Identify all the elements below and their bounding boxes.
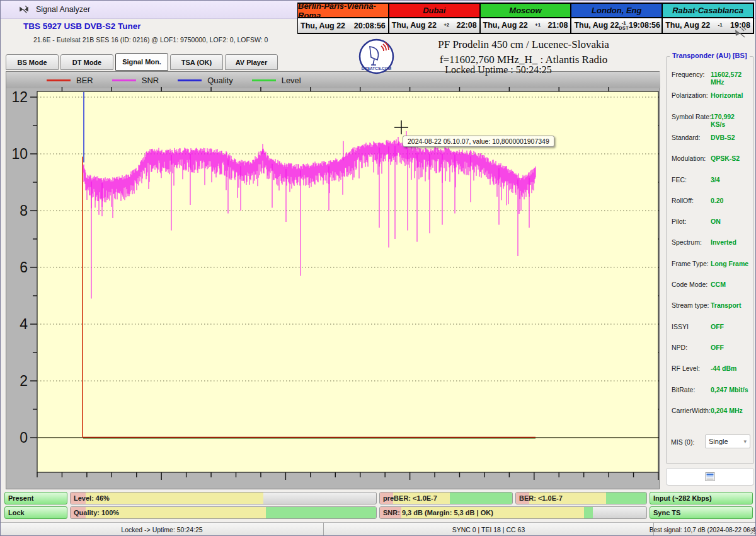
world-clocks: Berlin-Paris-Vienna-RomaThu, Aug 2220:08… <box>298 3 754 34</box>
transponder-row: NPD:OFF <box>672 344 751 351</box>
transponder-value: Inverted <box>711 238 736 246</box>
transponder-row: Modulation:QPSK-S2 <box>672 154 751 162</box>
clock-time: Thu, Aug 22+121:08 <box>481 18 571 33</box>
transponder-label: Code Mode: <box>672 281 707 288</box>
clock-city-label: Moscow <box>481 4 571 18</box>
transponder-value: 0,247 Mbit/s <box>711 386 748 393</box>
mode-tabs: BS Mode DT Mode Signal Mon. TSA (OK) AV … <box>6 54 278 71</box>
transponder-value: OFF <box>711 344 724 351</box>
satellite-dish-icon <box>18 4 30 15</box>
resize-grip[interactable] <box>749 528 755 534</box>
transponder-label: Symbol Rate: <box>672 113 711 120</box>
tuner-details: 21.6E - Eutelsat 21B SES 16 (ID: 0216) @… <box>33 36 268 44</box>
transponder-label: RF Level: <box>672 364 700 372</box>
mini-dish-icon <box>733 26 748 38</box>
transponder-row: Frequency:11602,572 MHz <box>672 71 751 78</box>
tab-signal-mon[interactable]: Signal Mon. <box>115 53 168 71</box>
transponder-row: CarrierWidth:0,204 MHz <box>672 407 751 414</box>
svg-text:2: 2 <box>20 373 28 389</box>
input-bitrate-badge: Input (~282 Kbps) <box>650 492 753 504</box>
transponder-label: NPD: <box>672 344 687 351</box>
transponder-label: Frequency: <box>672 71 705 78</box>
chart-plot-area[interactable]: 024681012 <box>6 72 659 489</box>
tab-av-player[interactable]: AV Player <box>225 54 278 70</box>
statusbar-sync-counters: SYNC 0 | TEI 18 | CC 63 <box>324 523 654 536</box>
svg-text:10: 10 <box>11 146 28 162</box>
sync-ts-badge: Sync TS <box>650 506 753 519</box>
transponder-row: RollOff:0.20 <box>672 197 751 204</box>
transponder-label: ISSYI <box>672 323 689 330</box>
transponder-label: Polarization: <box>672 91 708 99</box>
locked-uptime: Locked Uptime : 50:24:25 <box>372 64 624 76</box>
bar-label: BER: <1.0E-7 <box>519 494 563 502</box>
tab-bs-mode[interactable]: BS Mode <box>6 54 59 70</box>
transponder-row: Standard:DVB-S2 <box>672 134 751 141</box>
chevron-down-icon: ▾ <box>743 438 747 445</box>
transponder-row: Pilot:ON <box>672 218 751 225</box>
clock-utc-offset: -1 <box>710 23 730 28</box>
svg-text:0: 0 <box>20 429 28 446</box>
transponder-row: Symbol Rate:170,992 KS/s <box>672 113 751 120</box>
svg-text:6: 6 <box>20 259 28 276</box>
lock-status-badge: Lock <box>4 506 67 519</box>
clock-time-value: 22:08 <box>457 21 477 30</box>
transponder-label: Spectrum: <box>672 238 702 246</box>
clock-city-label: Rabat-Casablanca <box>663 4 753 18</box>
transponder-value: 170,992 KS/s <box>711 113 751 128</box>
header-center: PF Prodelin 450 cm / Lucenec-Slovakia f=… <box>398 38 650 66</box>
signal-chart[interactable]: BER SNR Quality Level 024681012 2024-08-… <box>6 71 660 489</box>
clock-date: Thu, Aug 22 <box>301 21 345 30</box>
clock-city-label: Berlin-Paris-Vienna-Roma <box>298 4 388 18</box>
transponder-value: ON <box>711 218 721 225</box>
bar-segment <box>266 507 376 518</box>
bar-segment <box>606 492 646 504</box>
window-title: Signal Analyzer <box>36 5 90 14</box>
mis-label: MIS (0): <box>671 438 694 446</box>
bar-segment <box>584 507 593 518</box>
present-status-badge: Present <box>4 492 67 504</box>
transponder-label: Frame Type: <box>672 260 709 267</box>
statusbar-uptime: Locked -> Uptime: 50:24:25 <box>1 523 324 536</box>
tab-dt-mode[interactable]: DT Mode <box>60 54 113 70</box>
transponder-value: Horizontal <box>711 91 743 99</box>
statusbar-best-signal: Best signal: 10,7 dB (2024-08-22 06:48) <box>654 523 756 536</box>
transponder-value: -44 dBm <box>711 364 736 372</box>
clock-date: Thu, Aug 22 <box>665 21 710 30</box>
transponder-value: QPSK-S2 <box>711 154 740 162</box>
clock-city-label: London, Eng <box>571 4 662 18</box>
site-name: PF Prodelin 450 cm / Lucenec-Slovakia <box>398 38 650 51</box>
transponder-groupbox: Frequency:11602,572 MHzPolarization:Hori… <box>666 56 754 464</box>
transponder-label: Stream type: <box>672 301 709 309</box>
status-bar: Locked -> Uptime: 50:24:25 SYNC 0 | TEI … <box>1 522 756 536</box>
signal-analyzer-window: Signal Analyzer Berlin-Paris-Vienna-Roma… <box>0 0 756 536</box>
clock-date: Thu, Aug 22 <box>392 21 437 30</box>
bar-label: Level: 46% <box>74 494 110 502</box>
tab-tsa[interactable]: TSA (OK) <box>170 54 223 70</box>
svg-text:4: 4 <box>20 316 28 332</box>
transponder-title: Transponder (AU) [BS] <box>670 52 750 59</box>
transponder-value: Transport <box>711 301 741 309</box>
clock-time-value: 20:08:56 <box>354 21 386 30</box>
export-button[interactable] <box>666 468 754 486</box>
clock-cell: Berlin-Paris-Vienna-RomaThu, Aug 2220:08… <box>297 3 389 34</box>
clock-cell: DubaiThu, Aug 22+222:08 <box>389 3 481 34</box>
transponder-value: OFF <box>711 323 724 330</box>
mis-dropdown[interactable]: Single ▾ <box>705 434 750 448</box>
mis-selected-value: Single <box>709 438 728 445</box>
clock-time-value: 19:08:56 <box>629 21 660 30</box>
clock-city-label: Dubai <box>389 4 479 18</box>
clock-utc-offset: +1 <box>528 23 548 28</box>
clock-date: Thu, Aug 22 <box>574 21 619 30</box>
snr-progress-bar: SNR: 9,3 dB (Margin: 5,3 dB | OK) <box>379 506 647 519</box>
transponder-value: 0,204 MHz <box>711 407 743 414</box>
svg-text:12: 12 <box>11 89 28 105</box>
bar-label: SNR: 9,3 dB (Margin: 5,3 dB | OK) <box>383 509 493 516</box>
ber-progress-bar: BER: <1.0E-7 <box>515 492 647 504</box>
transponder-value: CCM <box>711 281 726 288</box>
transponder-value: Long Frame <box>711 260 748 267</box>
clock-time-value: 21:08 <box>547 21 568 30</box>
transponder-row: BitRate:0,247 Mbit/s <box>672 386 751 393</box>
clock-date: Thu, Aug 22 <box>483 21 528 30</box>
transponder-row: RF Level:-44 dBm <box>672 364 751 372</box>
transponder-row: Polarization:Horizontal <box>672 91 751 99</box>
